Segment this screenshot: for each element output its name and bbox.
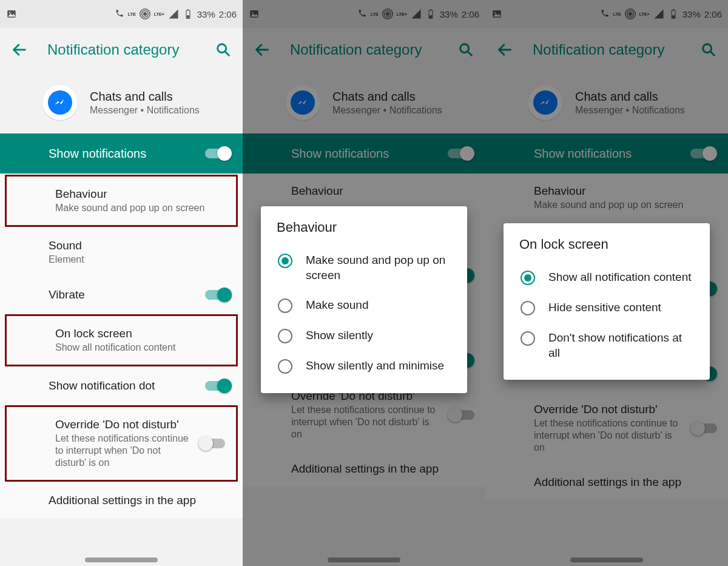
option-label: Show silently [306,328,373,343]
vibrate-title: Vibrate [49,288,198,302]
back-icon[interactable] [11,41,28,58]
notification-dot-title: Show notification dot [49,379,198,392]
show-notifications-toggle[interactable] [205,146,232,161]
page-title: Notification category [47,41,195,58]
battery-icon [183,8,194,19]
behaviour-row[interactable]: Behaviour Make sound and pop up on scree… [7,177,236,225]
behaviour-option-0[interactable]: Make sound and pop up on screen [274,245,454,290]
dialog-title: On lock screen [517,237,696,252]
radio-icon [278,298,292,313]
sound-sub: Element [49,254,224,266]
additional-settings-title: Additional settings in the app [49,494,224,507]
wifi-calling-icon [113,8,124,19]
option-label: Hide sensitive content [548,300,661,315]
dialog-title: Behaviour [274,220,454,235]
behaviour-sub: Make sound and pop up on screen [55,202,218,214]
behaviour-title: Behaviour [55,187,218,201]
status-bar: LTE LTE+ 33% 2:06 [0,0,243,28]
clock: 2:06 [219,9,237,19]
option-label: Don't show notifications at all [548,330,693,360]
show-notifications-row[interactable]: Show notifications [0,133,243,174]
vibrate-row[interactable]: Vibrate [0,277,243,313]
radio-icon [521,301,535,315]
override-dnd-sub: Let these notifications continue to inte… [55,433,191,469]
option-label: Make sound and pop up on screen [306,252,450,283]
option-label: Make sound [306,297,369,313]
phone-pane-2: LTE LTE+ 33% 2:06 Notification category … [243,0,485,566]
nav-bar[interactable] [0,558,243,562]
radio-icon [278,329,292,343]
notification-dot-toggle[interactable] [205,379,232,393]
radio-icon [278,359,292,374]
sound-title: Sound [49,239,224,252]
image-icon [6,8,17,19]
radio-icon [521,331,535,346]
additional-settings-row[interactable]: Additional settings in the app [0,483,243,518]
search-icon[interactable] [215,41,232,58]
lockscreen-row[interactable]: On lock screen Show all notification con… [7,316,236,365]
category-subtitle: Messenger • Notifications [90,105,200,116]
show-notifications-label: Show notifications [49,147,146,161]
option-label: Show silently and minimise [306,358,444,374]
radio-icon [521,271,535,285]
sound-row[interactable]: Sound Element [0,228,243,277]
hotspot-icon [140,8,150,19]
messenger-app-icon [42,85,78,120]
svg-rect-7 [187,15,190,18]
lockscreen-dialog: On lock screen Show all notification con… [504,223,710,380]
category-title: Chats and calls [90,90,200,104]
svg-point-1 [9,12,10,13]
lockscreen-sub: Show all notification content [55,342,218,354]
lte-plus-indicator-1: LTE+ [154,12,164,17]
phone-pane-1: LTE LTE+ 33% 2:06 Notification category [0,0,243,566]
override-dnd-row[interactable]: Override 'Do not disturb' Let these noti… [7,407,236,480]
override-dnd-toggle[interactable] [198,436,225,451]
svg-rect-6 [187,10,189,11]
behaviour-option-1[interactable]: Make sound [274,290,454,320]
svg-point-2 [143,13,146,16]
battery-percent: 33% [197,9,215,19]
override-dnd-title: Override 'Do not disturb' [55,418,191,431]
signal-icon [168,8,179,19]
lockscreen-option-1[interactable]: Hide sensitive content [517,292,696,323]
app-bar: Notification category [0,28,243,72]
phone-pane-3: LTE LTE+ 33% 2:06 Notification category … [485,0,728,566]
radio-icon [278,254,292,268]
behaviour-dialog: Behaviour Make sound and pop up on scree… [261,206,467,393]
vibrate-toggle[interactable] [205,288,232,302]
lockscreen-title: On lock screen [55,327,218,340]
behaviour-option-2[interactable]: Show silently [274,320,454,351]
behaviour-option-3[interactable]: Show silently and minimise [274,351,454,381]
category-header[interactable]: Chats and calls Messenger • Notification… [0,72,243,133]
lockscreen-option-2[interactable]: Don't show notifications at all [517,323,696,368]
notification-dot-row[interactable]: Show notification dot [0,368,243,404]
lockscreen-option-0[interactable]: Show all notification content [517,262,696,292]
lte-indicator-1: LTE [128,12,136,17]
option-label: Show all notification content [548,269,692,285]
